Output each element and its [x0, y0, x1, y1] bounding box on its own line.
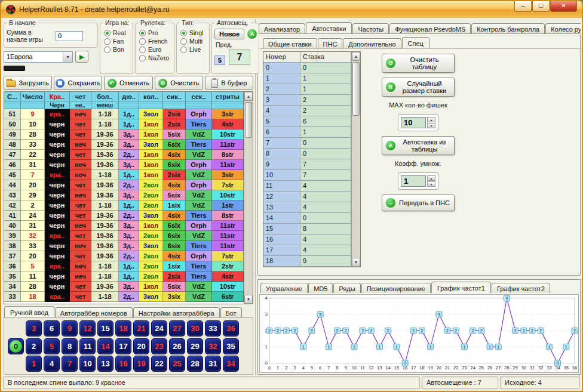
number-button-21[interactable]: 21 [133, 320, 149, 337]
title-bar[interactable]: HelperRoullet 8.71 - create helperroulle… [1, 1, 582, 18]
table-row[interactable]: 3428чернчет19-363д..1кол5sixVdZ10str [4, 282, 244, 292]
tab-number-grabber[interactable]: Автограббер номеров [55, 307, 133, 317]
toolbar-save-button[interactable]: Сохранить [54, 76, 102, 90]
number-button-0[interactable]: 0 [8, 338, 24, 354]
table-row[interactable]: 4031черннеч19-363д..1кол6sixOrph11str [4, 221, 244, 231]
max-chips-input[interactable]: 10 [401, 117, 426, 128]
number-button-5[interactable]: 5 [44, 338, 60, 354]
bet-row[interactable]: 70 [263, 138, 351, 149]
table-row[interactable]: 4631черннеч19-363д..1кол6sixOrph11str [4, 160, 244, 170]
spins-table-scrollbar[interactable]: ▲▼ [244, 92, 253, 304]
number-button-17[interactable]: 17 [115, 338, 131, 354]
bet-row[interactable]: 107 [263, 170, 351, 181]
coef-down-icon[interactable]: ▼ [427, 181, 435, 187]
radio-real[interactable]: Real [104, 29, 131, 36]
scroll-track[interactable] [352, 61, 360, 258]
radio-nazero[interactable]: NaZero [139, 54, 172, 61]
bet-row[interactable]: 164 [263, 234, 351, 245]
tab-freq-chart1[interactable]: График частот1 [431, 282, 491, 293]
table-row[interactable]: 519кра..неч1-181д..3кол2sixOrph3str [4, 109, 244, 119]
bet-row[interactable]: 114 [263, 181, 351, 192]
bet-row[interactable]: 61 [263, 127, 351, 138]
bet-row[interactable]: 11 [263, 73, 351, 84]
table-row[interactable]: 4329черннеч19-363д..2кол5sixVdZ10str [4, 190, 244, 200]
chevron-down-icon[interactable]: ▼ [63, 52, 72, 62]
number-button-32[interactable]: 32 [205, 338, 221, 354]
number-button-26[interactable]: 26 [169, 338, 185, 354]
new-button[interactable]: Новое [214, 29, 244, 39]
send-pns-button[interactable]: → Передать в ПНС [382, 195, 455, 211]
tab-common-bets[interactable]: Общие ставки [263, 38, 317, 48]
tab-freq-chart2[interactable]: График частот2 [492, 283, 550, 293]
number-button-22[interactable]: 22 [151, 356, 167, 372]
table-row[interactable]: 4124чернчет19-362д..3кол4sixTiers8str [4, 211, 244, 221]
scroll-track[interactable] [244, 101, 253, 295]
table-row[interactable]: 4833черннеч19-363д..3кол6sixTiers11str [4, 140, 244, 150]
maximize-button[interactable]: □ [532, 1, 550, 12]
scroll-down-icon[interactable]: ▼ [244, 295, 253, 304]
bet-row[interactable]: 189 [263, 256, 351, 267]
number-button-9[interactable]: 9 [62, 320, 78, 337]
bet-row[interactable]: 174 [263, 245, 351, 256]
radio-pro[interactable]: Pro [139, 29, 172, 36]
tab-special[interactable]: Спец [402, 37, 429, 48]
tab-wheel[interactable]: Колесо ру [545, 23, 581, 33]
number-button-36[interactable]: 36 [223, 320, 239, 337]
close-button[interactable]: × [550, 1, 577, 12]
number-button-6[interactable]: 6 [44, 320, 60, 337]
number-button-7[interactable]: 7 [62, 356, 78, 372]
number-button-12[interactable]: 12 [79, 320, 96, 337]
table-row[interactable]: 3511черннеч1-181д..2кол2sixTiers4str [4, 271, 244, 282]
bet-row[interactable]: 80 [263, 149, 351, 159]
number-button-24[interactable]: 24 [151, 320, 167, 337]
table-row[interactable]: 4928чернчет19-363д..1кол5sixVdZ10str [4, 129, 244, 140]
number-button-19[interactable]: 19 [133, 356, 149, 372]
bet-row[interactable]: 97 [263, 159, 351, 170]
scroll-up-icon[interactable]: ▲ [352, 52, 360, 61]
tab-autobets[interactable]: Автоставки [306, 22, 352, 33]
toolbar-undo-button[interactable]: ↶Отменить [104, 76, 152, 90]
system-select[interactable]: 1Европа ▼ [4, 51, 73, 63]
table-row[interactable]: 4722чернчет19-362д..1кол4sixVdZ8str [4, 150, 244, 160]
table-row[interactable]: 3932кра..чет19-363д..2кол6sixVdZ11str [4, 231, 244, 241]
number-button-29[interactable]: 29 [187, 338, 203, 354]
toolbar-clipboard-button[interactable]: В буфер [205, 76, 253, 90]
max-chips-down-icon[interactable]: ▼ [427, 123, 435, 128]
number-button-35[interactable]: 35 [223, 338, 239, 354]
number-button-33[interactable]: 33 [205, 320, 221, 337]
tab-rows[interactable]: Ряды [333, 283, 360, 293]
toolbar-folder-button[interactable]: Загрузить [4, 76, 52, 90]
coef-input[interactable]: 1 [401, 175, 426, 187]
bet-row[interactable]: 134 [263, 202, 351, 213]
table-row[interactable]: 422чернчет1-181д..2кол1sixVdZ1str [4, 200, 244, 211]
radio-singl[interactable]: Singl [180, 29, 207, 36]
radio-euro[interactable]: Euro [139, 46, 172, 53]
table-row[interactable]: 3720чернчет19-362д..2кол4sixOrph7str [4, 251, 244, 261]
tab-md5[interactable]: MD5 [308, 283, 333, 293]
number-button-11[interactable]: 11 [79, 338, 96, 354]
radio-bon[interactable]: Bon [104, 46, 131, 53]
radio-french[interactable]: French [139, 38, 172, 45]
tab-grabber-settings[interactable]: Настройки автограббера [133, 307, 220, 317]
tab-additional[interactable]: Дополнительно [343, 38, 401, 48]
number-button-20[interactable]: 20 [133, 338, 149, 354]
bet-row[interactable]: 21 [263, 84, 351, 95]
play-button[interactable]: ▶ [75, 51, 88, 63]
toolbar-globe-button[interactable]: ⊕Очистить [155, 76, 203, 90]
bet-row[interactable]: 42 [263, 106, 351, 116]
number-button-10[interactable]: 10 [79, 356, 96, 372]
autobet-button[interactable]: A Автоставка из таблицы [382, 136, 455, 155]
table-row[interactable]: 4420чернчет19-362д..2кол4sixOrph7str [4, 180, 244, 190]
tab-bot[interactable]: Бот [220, 307, 242, 317]
radio-live[interactable]: Live [180, 46, 207, 53]
number-button-31[interactable]: 31 [205, 356, 221, 372]
number-button-25[interactable]: 25 [169, 356, 185, 372]
number-button-3[interactable]: 3 [26, 320, 42, 337]
tab-control[interactable]: Управление [260, 283, 308, 293]
bet-row[interactable]: 56 [263, 116, 351, 127]
scroll-down-icon[interactable]: ▼ [352, 258, 360, 267]
bet-row[interactable]: 158 [263, 224, 351, 234]
start-sum-input[interactable] [56, 31, 83, 41]
tab-psevdoms[interactable]: Функционал PsevdoMS [389, 23, 471, 33]
tab-pns[interactable]: ПНС [318, 38, 343, 48]
